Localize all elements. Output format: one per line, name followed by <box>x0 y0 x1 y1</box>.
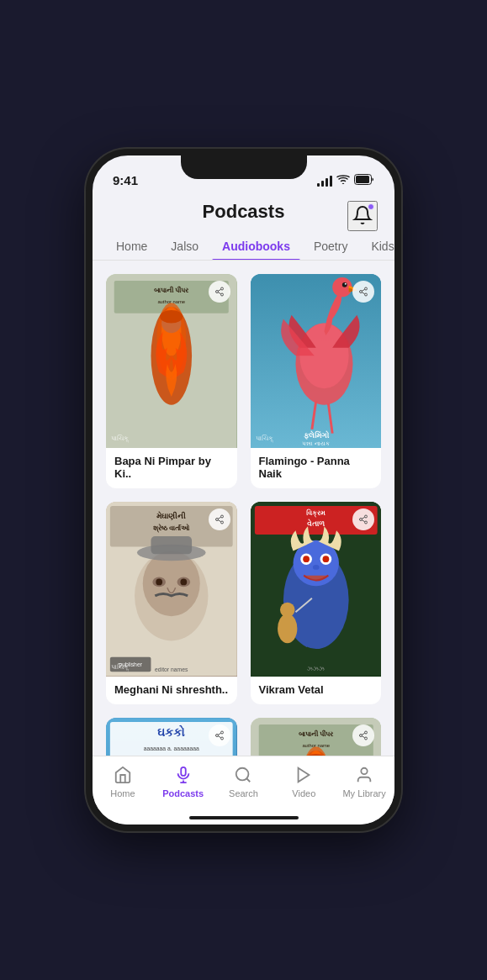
svg-line-104 <box>247 778 251 782</box>
book-card-bapa-ni-pimpar-2[interactable]: બાપાની પીંપર author name <box>251 718 382 756</box>
svg-text:ઘકકો: ઘકકો <box>157 724 185 738</box>
tab-home[interactable]: Home <box>106 233 157 260</box>
book-title: Flamingo - Panna Naik <box>251 448 382 488</box>
nav-video-label: Video <box>292 788 315 798</box>
nav-library[interactable]: My Library <box>341 765 388 798</box>
svg-point-48 <box>220 515 223 518</box>
book-cover: મેઘાણીની શ્રેષ્ઠ વાર્તાઓ <box>106 502 237 676</box>
bell-icon-wrap <box>352 205 373 228</box>
nav-podcasts[interactable]: Podcasts <box>160 765 206 798</box>
svg-text:aaaaaaa a. aaaaaaaa: aaaaaaa a. aaaaaaaa <box>144 746 199 751</box>
nav-home-label: Home <box>110 788 135 798</box>
book-card-vikram-vetal[interactable]: વિક્રમ વેતાળ <box>251 502 382 703</box>
svg-text:ઝઝઝ: ઝઝઝ <box>307 667 325 672</box>
search-icon <box>233 765 253 785</box>
svg-point-97 <box>365 737 368 740</box>
svg-line-30 <box>362 292 364 294</box>
svg-line-85 <box>218 733 220 735</box>
nav-home[interactable]: Home <box>99 765 146 798</box>
svg-line-52 <box>218 518 220 519</box>
home-icon <box>113 765 133 785</box>
share-button[interactable] <box>352 281 374 303</box>
svg-point-69 <box>365 515 368 518</box>
svg-point-106 <box>361 768 367 774</box>
tab-audiobooks[interactable]: Audiobooks <box>212 233 300 260</box>
svg-line-99 <box>362 733 364 735</box>
svg-point-44 <box>180 579 187 586</box>
svg-point-49 <box>215 519 218 521</box>
svg-line-98 <box>362 735 364 737</box>
svg-point-62 <box>303 556 310 563</box>
mic-icon <box>173 765 193 785</box>
notification-button[interactable] <box>347 201 378 231</box>
svg-text:ફ્લેમિંગો: ફ્લેમિંગો <box>303 430 329 440</box>
svg-text:બાપાની પીંપર: બાપાની પીંપર <box>299 729 334 737</box>
tab-jalso[interactable]: Jalso <box>161 233 209 260</box>
svg-point-83 <box>220 737 223 740</box>
phone-frame: 9:41 <box>86 149 401 831</box>
tab-kids[interactable]: Kids <box>361 233 394 260</box>
svg-text:પન્ના નાયક: પન્ના નાયક <box>302 440 330 446</box>
svg-point-11 <box>220 287 223 290</box>
header: Podcasts <box>93 192 394 223</box>
svg-line-51 <box>218 520 220 522</box>
book-cover: બાપાની પીંપર author name <box>251 718 382 756</box>
share-button[interactable] <box>352 724 374 746</box>
svg-point-96 <box>360 734 363 736</box>
battery-icon <box>354 174 374 187</box>
nav-search-label: Search <box>229 788 258 798</box>
book-card-bapa-ni-pimpar[interactable]: બાપાની પીંપર author name <box>106 274 237 488</box>
svg-point-50 <box>220 521 223 524</box>
share-button[interactable] <box>209 724 230 746</box>
signal-bars-icon <box>317 176 332 187</box>
svg-point-95 <box>365 731 368 734</box>
notification-dot <box>368 203 374 210</box>
svg-line-15 <box>218 289 220 291</box>
publisher-label: પાચિકૢ <box>111 663 129 672</box>
main-content: Podcasts Home Jalso Audiobooks Poetry Ki… <box>93 192 394 756</box>
nav-podcasts-label: Podcasts <box>162 788 204 798</box>
book-title: Bapa Ni Pimpar by Ki.. <box>106 448 237 488</box>
svg-marker-105 <box>299 768 310 782</box>
book-cover: ઘકકો aaaaaaa a. aaaaaaaa <box>106 718 237 756</box>
svg-point-22 <box>344 283 346 285</box>
tab-poetry[interactable]: Poetry <box>304 233 357 260</box>
books-grid: બાપાની પીંપર author name <box>93 261 394 756</box>
svg-line-31 <box>362 289 364 291</box>
book-cover: વિક્રમ વેતાળ <box>251 502 382 676</box>
svg-point-21 <box>341 282 347 287</box>
svg-point-70 <box>360 519 363 521</box>
book-title: Vikram Vetal <box>251 677 382 704</box>
svg-text:મેઘાણીની: મેઘાણીની <box>156 511 186 520</box>
nav-video[interactable]: Video <box>281 765 327 798</box>
svg-point-82 <box>215 734 218 736</box>
svg-text:શ્રેષ્ઠ વાર્તાઓ: શ્રેષ્ઠ વાર્તાઓ <box>153 524 190 534</box>
nav-search[interactable]: Search <box>220 765 267 798</box>
svg-text:વિક્રમ: વિક્રમ <box>306 508 326 518</box>
share-button[interactable] <box>209 281 230 303</box>
book-cover: ફ્લેમિંગો પન્ના નાયક પાચિકૢ <box>251 274 382 448</box>
svg-line-72 <box>362 520 364 522</box>
play-icon <box>294 765 314 785</box>
svg-point-29 <box>365 293 368 296</box>
svg-text:બાપાની પીંપર: બાપાની પીંપર <box>154 286 189 294</box>
svg-point-71 <box>365 521 368 524</box>
page-title: Podcasts <box>203 201 285 223</box>
svg-point-43 <box>156 579 162 586</box>
svg-point-10 <box>160 310 183 324</box>
user-icon <box>354 765 374 785</box>
share-button[interactable] <box>209 508 230 530</box>
svg-point-28 <box>360 291 363 293</box>
book-card-flamingo[interactable]: ફ્લેમિંગો પન્ના નાયક પાચિકૢ Flamingo - P… <box>251 274 382 488</box>
book-card-dhakko[interactable]: ઘકકો aaaaaaa a. aaaaaaaa <box>106 718 237 756</box>
svg-point-81 <box>220 731 223 734</box>
svg-rect-40 <box>151 536 192 554</box>
svg-line-14 <box>218 292 220 294</box>
status-time: 9:41 <box>113 173 138 187</box>
book-card-meghani[interactable]: મેઘાણીની શ્રેષ્ઠ વાર્તાઓ <box>106 502 237 703</box>
svg-rect-100 <box>181 767 186 776</box>
publisher-label: પાચિકૢ <box>111 435 129 443</box>
svg-point-12 <box>215 291 218 293</box>
nav-library-label: My Library <box>342 788 385 798</box>
svg-point-13 <box>220 293 223 296</box>
